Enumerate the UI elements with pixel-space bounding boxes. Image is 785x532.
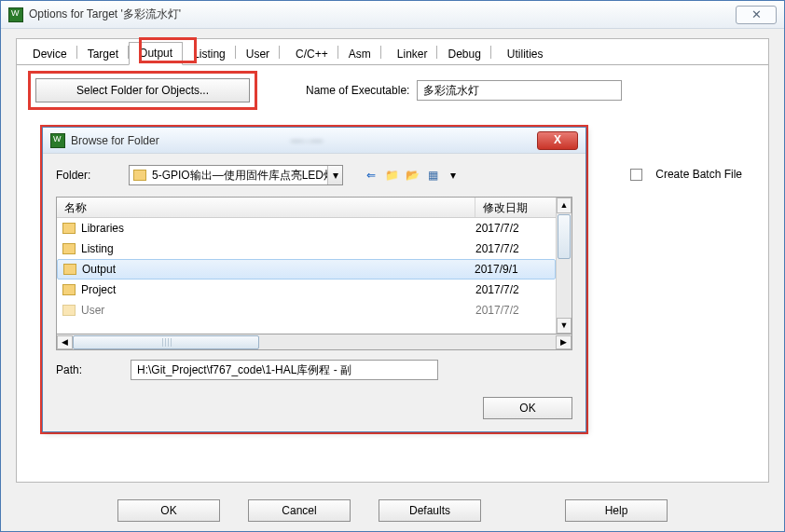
scroll-down-icon[interactable]: ▼ [557,318,572,334]
browse-body: Folder: 5-GPIO输出—使用固件库点亮LED灯 ▾ ⇐ 📁 📂 ▦ ▾ [43,154,585,430]
list-rows: Libraries2017/7/2 Listing2017/7/2 Output… [57,218,556,334]
highlight-select-folder [28,71,257,110]
list-item[interactable]: User2017/7/2 [57,300,556,321]
tab-debug[interactable]: Debug [437,43,490,65]
path-label: Path: [56,363,121,376]
tab-asm[interactable]: Asm [338,43,381,65]
list-item-date: 2017/7/2 [475,222,550,235]
folder-label: Folder: [56,169,121,182]
list-item-date: 2017/9/1 [475,263,549,276]
help-button[interactable]: Help [565,499,668,522]
list-item-date: 2017/7/2 [475,304,550,317]
list-header: 名称 修改日期 [57,198,556,218]
browse-ok-button[interactable]: OK [483,397,572,419]
cancel-button[interactable]: Cancel [248,499,351,522]
folder-combo-text: 5-GPIO输出—使用固件库点亮LED灯 [150,168,327,184]
tab-target[interactable]: Target [77,43,129,65]
options-window: Options for Target '多彩流水灯' ✕ Device Targ… [0,0,785,532]
create-batch-row: Create Batch File [630,168,742,181]
window-close-button[interactable]: ✕ [736,6,777,24]
app-icon [8,7,23,22]
list-item[interactable]: Libraries2017/7/2 [57,218,556,239]
tab-user[interactable]: User [236,43,280,65]
list-item-date: 2017/7/2 [475,242,550,255]
tab-device[interactable]: Device [22,43,77,65]
name-of-executable-label: Name of Executable: [306,84,409,97]
column-name[interactable]: 名称 [57,198,475,217]
app-icon [50,133,65,148]
up-one-level-icon[interactable]: 📁 [384,168,399,183]
tab-cpp[interactable]: C/C++ [285,43,338,65]
list-item-label: Output [82,263,475,276]
executable-name-input[interactable] [417,80,622,101]
browse-titlebar: Browse for Folder —···— X [43,128,585,154]
window-title: Options for Target '多彩流水灯' [29,7,736,22]
folder-icon [62,284,76,295]
list-item-label: Libraries [81,222,475,235]
folder-icon [63,264,76,275]
vertical-scrollbar[interactable]: ▲ ▼ [556,198,572,334]
folder-combo[interactable]: 5-GPIO输出—使用固件库点亮LED灯 ▾ [129,165,343,185]
list-item-date: 2017/7/2 [475,283,550,296]
folder-icon [62,243,76,254]
create-batch-label: Create Batch File [655,168,742,181]
new-folder-icon[interactable]: 📂 [405,168,420,183]
highlight-tab-output [139,37,197,63]
list-item-label: Listing [81,242,475,255]
scroll-thumb[interactable] [73,335,259,349]
browse-dialog: Browse for Folder —···— X Folder: 5-GPIO… [42,127,586,432]
list-item-label: User [81,304,475,317]
bottom-button-bar: OK Cancel Defaults Help [1,499,784,522]
folder-icon [133,170,146,181]
browse-close-button[interactable]: X [537,131,578,150]
list-item[interactable]: Listing2017/7/2 [57,239,556,259]
list-item[interactable]: Project2017/7/2 [57,280,556,300]
list-item[interactable]: Output2017/9/1 [57,259,556,280]
list-item-label: Project [81,283,475,296]
column-date[interactable]: 修改日期 [475,198,556,217]
ok-button[interactable]: OK [117,499,220,522]
scroll-up-icon[interactable]: ▲ [557,198,572,213]
create-batch-checkbox[interactable] [630,169,642,181]
chevron-down-icon[interactable]: ▾ [327,166,342,184]
titlebar: Options for Target '多彩流水灯' ✕ [1,1,784,29]
back-icon[interactable]: ⇐ [364,168,379,183]
path-input[interactable] [131,360,438,380]
dropdown-icon[interactable]: ▾ [446,168,461,183]
horizontal-scrollbar[interactable]: ◀ ▶ [56,334,572,350]
folder-icon [62,305,76,316]
scroll-right-icon[interactable]: ▶ [556,335,572,349]
folder-icon [62,223,76,234]
output-panel: Select Folder for Objects... Name of Exe… [17,65,768,116]
tab-linker[interactable]: Linker [387,43,438,65]
defaults-button[interactable]: Defaults [379,499,481,522]
folder-toolbar: ⇐ 📁 📂 ▦ ▾ [364,168,461,183]
scroll-left-icon[interactable]: ◀ [57,335,73,349]
view-icon[interactable]: ▦ [425,168,440,183]
tab-utilities[interactable]: Utilities [497,43,554,65]
tab-bar: Device Target Output Listing User C/C++ … [17,39,768,65]
blurred-text: —···— [291,134,323,147]
browse-title: Browse for Folder [71,134,285,147]
scroll-thumb[interactable] [558,214,571,259]
folder-list: 名称 修改日期 Libraries2017/7/2 Listing2017/7/… [56,197,572,334]
